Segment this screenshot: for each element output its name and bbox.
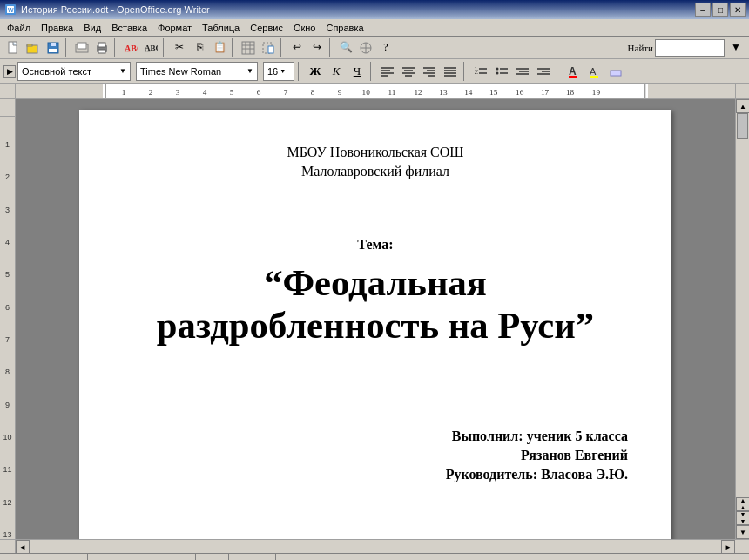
character-format-button[interactable]	[606, 62, 625, 81]
find-input[interactable]	[655, 39, 725, 57]
menu-file[interactable]: Файл	[2, 21, 36, 35]
align-right-button[interactable]	[420, 62, 439, 81]
scroll-right-button[interactable]: ►	[721, 540, 735, 554]
menu-edit[interactable]: Правка	[36, 21, 78, 35]
insert-frame-button[interactable]	[259, 38, 278, 57]
navigator-button[interactable]	[356, 38, 375, 57]
title-line2: раздробленность на Руси”	[157, 305, 594, 346]
h-scroll-track[interactable]	[30, 540, 721, 553]
separator-4	[232, 38, 236, 57]
close-button[interactable]: ✕	[730, 3, 746, 17]
copy-button[interactable]: ⎘	[190, 38, 209, 57]
italic-button[interactable]: К	[327, 62, 346, 81]
menu-window[interactable]: Окно	[288, 21, 321, 35]
scroll-thumb[interactable]	[737, 113, 748, 139]
menu-format[interactable]: Формат	[152, 21, 197, 35]
paste-button[interactable]: 📋	[210, 38, 229, 57]
svg-point-50	[496, 71, 499, 74]
findbar: Найти ▼	[628, 38, 746, 57]
vertical-ruler: 1 2 3 4 5 6 7 8 9 10 11 12 13	[0, 99, 16, 539]
bold-button[interactable]: Ж	[306, 62, 325, 81]
open-button[interactable]	[24, 38, 43, 57]
bullets-button[interactable]	[492, 62, 511, 81]
scroll-page-down[interactable]: ▼▼	[736, 511, 749, 525]
ruler-mark-13: 13	[3, 507, 11, 539]
undo-button[interactable]: ↩	[287, 38, 307, 57]
font-name-dropdown[interactable]: Times New Roman ▼	[136, 62, 258, 81]
theme-label: Тема:	[123, 237, 628, 253]
increase-indent-button[interactable]	[534, 62, 553, 81]
ruler-mark-8: 8	[5, 344, 10, 376]
ruler-mark-10: 10	[3, 409, 11, 442]
statusbar: Страница 1 / 10 Обычный Русский ВСТ СТАН…	[0, 553, 749, 560]
svg-text:13: 13	[439, 88, 448, 97]
scroll-down-button[interactable]: ▼	[736, 525, 749, 539]
menu-table[interactable]: Таблица	[197, 21, 245, 35]
align-center-button[interactable]	[399, 62, 418, 81]
svg-rect-18	[242, 42, 254, 54]
menubar: Файл Правка Вид Вставка Формат Таблица С…	[0, 19, 749, 37]
scrollbar-row: ◄ ►	[0, 539, 749, 553]
maximize-button[interactable]: □	[712, 3, 728, 17]
document-canvas[interactable]: МБОУ Новоникольская СОШ Малолавровский ф…	[16, 99, 735, 539]
minimize-button[interactable]: –	[695, 3, 711, 17]
window-controls: – □ ✕	[695, 3, 746, 17]
find-arrow-down[interactable]: ▼	[726, 38, 746, 57]
font-size-box[interactable]: 16 ▼	[263, 62, 294, 81]
author-name: Рязанов Евгений	[123, 448, 628, 463]
redo-button[interactable]: ↪	[307, 38, 327, 57]
numbering-button[interactable]: 1.2.	[471, 62, 490, 81]
new-button[interactable]	[3, 38, 23, 57]
justify-button[interactable]	[441, 62, 460, 81]
save-button[interactable]	[44, 38, 63, 57]
help-button[interactable]: ?	[376, 38, 395, 57]
insert-mode[interactable]: ВСТ	[196, 554, 229, 560]
svg-text:2: 2	[149, 88, 153, 97]
style-indicator: ▶	[3, 65, 16, 78]
menu-view[interactable]: Вид	[78, 21, 106, 35]
svg-point-48	[496, 67, 499, 70]
svg-rect-12	[98, 43, 105, 47]
scroll-left-button[interactable]: ◄	[16, 540, 30, 554]
highlight-button[interactable]: A	[585, 62, 604, 81]
print-button[interactable]	[92, 38, 111, 57]
svg-text:19: 19	[592, 88, 601, 97]
separator-f3	[463, 62, 468, 81]
separator-f2	[370, 62, 374, 81]
find-button[interactable]: 🔍	[336, 38, 355, 57]
separator-1	[65, 38, 70, 57]
cut-button[interactable]: ✂	[170, 38, 189, 57]
menu-insert[interactable]: Вставка	[106, 21, 152, 35]
underline-button[interactable]: Ч	[348, 62, 367, 81]
standard-toolbar: ABC~~~ ABC~~~ ✂ ⎘ 📋 ↩ ↪ 🔍 ? Найти ▼	[0, 37, 749, 59]
font-name-arrow: ▼	[246, 67, 253, 75]
svg-rect-13	[98, 50, 105, 53]
scroll-page-up[interactable]: ▲▲	[736, 497, 749, 511]
svg-text:10: 10	[362, 88, 371, 97]
decrease-indent-button[interactable]	[513, 62, 532, 81]
ruler-main: 1 2 3 4 5 6 7 8 9 10 11 12 13 14 15 16 1…	[16, 84, 735, 98]
selection-mode[interactable]: СТАНД	[229, 554, 276, 560]
autocorrect-button[interactable]: ABC~~~	[141, 38, 160, 57]
menu-help[interactable]: Справка	[321, 21, 368, 35]
paragraph-style-dropdown[interactable]: Основной текст ▼	[17, 62, 131, 81]
scroll-up-button[interactable]: ▲	[736, 99, 749, 113]
document-page: МБОУ Новоникольская СОШ Малолавровский ф…	[79, 110, 671, 539]
scroll-track[interactable]	[736, 113, 749, 497]
svg-rect-8	[49, 49, 57, 52]
find-label: Найти	[628, 43, 653, 53]
svg-text:8: 8	[311, 88, 315, 97]
ruler-mark-11: 11	[3, 442, 11, 474]
svg-text:2.: 2.	[475, 70, 478, 75]
corner-bottom-right	[735, 540, 749, 553]
svg-rect-59	[569, 76, 577, 78]
print-preview-button[interactable]	[72, 38, 91, 57]
spellcheck-button[interactable]: ABC~~~	[121, 38, 140, 57]
table-button[interactable]	[239, 38, 258, 57]
ruler-mark-3: 3	[5, 181, 10, 213]
menu-tools[interactable]: Сервис	[245, 21, 288, 35]
font-color-button[interactable]: A	[564, 62, 584, 81]
ruler-mark-1: 1	[5, 117, 10, 149]
svg-rect-61	[590, 76, 598, 78]
align-left-button[interactable]	[378, 62, 397, 81]
